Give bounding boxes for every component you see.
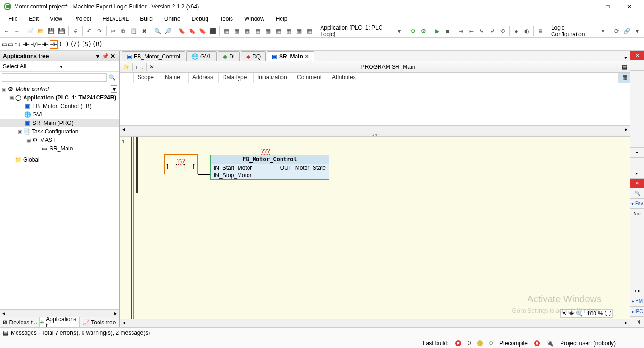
file-tab-dq[interactable]: ◆DQ: [241, 51, 266, 61]
menu-help[interactable]: Help: [271, 15, 292, 23]
ld-up-icon[interactable]: ↑: [14, 41, 17, 48]
right-panel-plus3[interactable]: +: [630, 158, 644, 168]
menu-file[interactable]: File: [4, 15, 22, 23]
close-button[interactable]: ✕: [619, 0, 640, 13]
right-panel-close-2[interactable]: ✕: [630, 179, 644, 188]
find-icon[interactable]: 🔍: [153, 26, 163, 36]
expand-icon[interactable]: ▣: [8, 95, 14, 100]
fb-input-start[interactable]: IN_Start_Motor: [214, 165, 252, 171]
right-panel-plus2[interactable]: +: [630, 148, 644, 158]
ld-coil-neg-icon[interactable]: (/): [70, 41, 81, 48]
link-icon[interactable]: 🔗: [622, 26, 632, 36]
var-hscroll[interactable]: ◂ ▸: [120, 125, 630, 134]
ld-branch-icon[interactable]: ▭: [8, 41, 13, 48]
tree-search-input[interactable]: [2, 73, 107, 82]
sidebar-hscroll[interactable]: ◂▸: [0, 309, 119, 317]
login-icon[interactable]: ⚙: [408, 26, 418, 36]
menu-tools[interactable]: Tools: [215, 15, 238, 23]
tree-task-config[interactable]: ▣ 📑 Task Configuration: [0, 127, 119, 136]
menu-fbdldil[interactable]: FBD/LD/IL: [98, 15, 133, 23]
col-address[interactable]: Address: [189, 73, 219, 83]
tree-mast-srmain[interactable]: ▭ SR_Main: [0, 144, 119, 153]
redo-icon[interactable]: ↷: [95, 26, 104, 36]
ld-contact-par-icon[interactable]: ⊣⊢: [41, 41, 48, 48]
block7-icon[interactable]: ▦: [284, 26, 293, 36]
right-panel-plus1[interactable]: +: [630, 137, 644, 148]
print-icon[interactable]: 🖨: [71, 26, 80, 36]
decl-view-icon[interactable]: ▤: [619, 64, 630, 70]
ld-contact-nc-icon[interactable]: ⊣/⊢: [30, 41, 41, 48]
fb-output-state[interactable]: OUT_Motor_State: [280, 165, 326, 171]
step5-icon[interactable]: ⟲: [498, 26, 507, 36]
cursor-icon[interactable]: ↖: [562, 310, 567, 317]
right-panel-minus[interactable]: —: [630, 60, 644, 71]
col-attributes[interactable]: Attributes: [328, 73, 619, 83]
screen-icon[interactable]: 🖥: [536, 26, 545, 36]
tree-global[interactable]: 📁 Global: [0, 156, 119, 164]
bookmark3-icon[interactable]: 🔖: [198, 26, 207, 36]
menu-project[interactable]: Project: [69, 15, 96, 23]
tab-close-icon[interactable]: ✕: [305, 54, 309, 59]
block2-icon[interactable]: ▦: [232, 26, 241, 36]
refresh-icon[interactable]: ⟳: [612, 26, 621, 36]
ld-coil-icon[interactable]: ( ): [59, 41, 69, 48]
app-context-dropdown-icon[interactable]: ▾: [395, 26, 404, 36]
status-connection-icon[interactable]: 🔌: [546, 340, 553, 347]
right-panel-close-1[interactable]: ✕: [630, 51, 644, 60]
ld-coil-reset-icon[interactable]: (R): [92, 41, 103, 48]
file-tab-gvl[interactable]: 🌐GVL: [186, 51, 217, 61]
block5-icon[interactable]: ▦: [263, 26, 272, 36]
panel-menu-icon[interactable]: ▾: [94, 53, 101, 59]
open-icon[interactable]: 📂: [36, 26, 46, 36]
col-datatype[interactable]: Data type: [219, 73, 254, 83]
panel-close-icon[interactable]: ✕: [109, 53, 116, 59]
step2-icon[interactable]: ⇤: [467, 26, 476, 36]
decl-up-icon[interactable]: ↑: [133, 64, 140, 70]
logic-config-label[interactable]: Logic Configuration: [549, 25, 597, 38]
bookmark2-icon[interactable]: 🔖: [187, 26, 197, 36]
bp1-icon[interactable]: ●: [512, 26, 521, 36]
delete-icon[interactable]: ✖: [140, 26, 149, 36]
menu-window[interactable]: Window: [239, 15, 269, 23]
tree-application[interactable]: ▣ ◯ Application (PLC_1: TM241CE24R): [0, 93, 119, 102]
panel-pin-icon[interactable]: 📌: [101, 53, 109, 59]
file-tab-sr-main[interactable]: ▣SR_Main✕: [267, 51, 314, 61]
bp2-icon[interactable]: ◐: [522, 26, 531, 36]
bookmark1-icon[interactable]: 🔖: [177, 26, 186, 36]
step3-icon[interactable]: ⤷: [477, 26, 487, 36]
right-panel-side[interactable]: ▸: [630, 168, 644, 179]
pan-icon[interactable]: ✥: [569, 310, 574, 317]
undo-icon[interactable]: ↶: [84, 26, 94, 36]
cut-icon[interactable]: ✂: [108, 26, 118, 36]
copy-icon[interactable]: ⧉: [119, 26, 128, 36]
fb-instance-placeholder[interactable]: ???: [261, 148, 270, 154]
nav-back-icon[interactable]: ←: [2, 26, 11, 36]
expand-icon[interactable]: ▣: [1, 87, 7, 92]
tree-search-icon[interactable]: 🔍: [107, 74, 117, 81]
col-comment[interactable]: Comment: [293, 73, 328, 83]
right-panel-nar[interactable]: Nar: [630, 209, 644, 219]
step1-icon[interactable]: ⇥: [456, 26, 466, 36]
tab-tools-tree[interactable]: 📈Tools tree: [80, 317, 119, 327]
col-init[interactable]: Initialization: [254, 73, 293, 83]
var-table-body[interactable]: [120, 83, 630, 125]
ladder-fb-block[interactable]: FB_Motor_Control IN_Start_Motor OUT_Moto…: [210, 155, 329, 180]
messages-bar[interactable]: ▤ Messages - Total 7 error(s), 0 warning…: [0, 327, 644, 338]
col-name[interactable]: Name: [161, 73, 189, 83]
fb-input-stop[interactable]: IN_Stop_Motor: [214, 172, 252, 179]
file-tab-di[interactable]: ◆DI: [218, 51, 240, 61]
select-all-dropdown-icon[interactable]: ▾: [60, 63, 117, 70]
ld-network-icon[interactable]: ▭: [2, 41, 7, 48]
tab-applications-tree[interactable]: ✳Applications t...: [40, 317, 79, 327]
app-context-label[interactable]: Application [PLC_1: PLC Logic]: [318, 25, 394, 38]
nav-fwd-icon[interactable]: →: [12, 26, 22, 36]
menu-debug[interactable]: Debug: [187, 15, 213, 23]
paste-icon[interactable]: 📋: [129, 26, 139, 36]
stop-icon[interactable]: ■: [443, 26, 452, 36]
ladder-contact-selected[interactable]: ??? ] [ ] [: [164, 154, 198, 174]
right-panel-search-icon[interactable]: 🔍: [630, 188, 644, 199]
menu-build[interactable]: Build: [135, 15, 157, 23]
tree-gvl[interactable]: 🌐 GVL: [0, 110, 119, 119]
zoom-icon[interactable]: 🔍: [576, 310, 583, 317]
right-panel-lr[interactable]: ◂ ▸: [630, 286, 644, 296]
